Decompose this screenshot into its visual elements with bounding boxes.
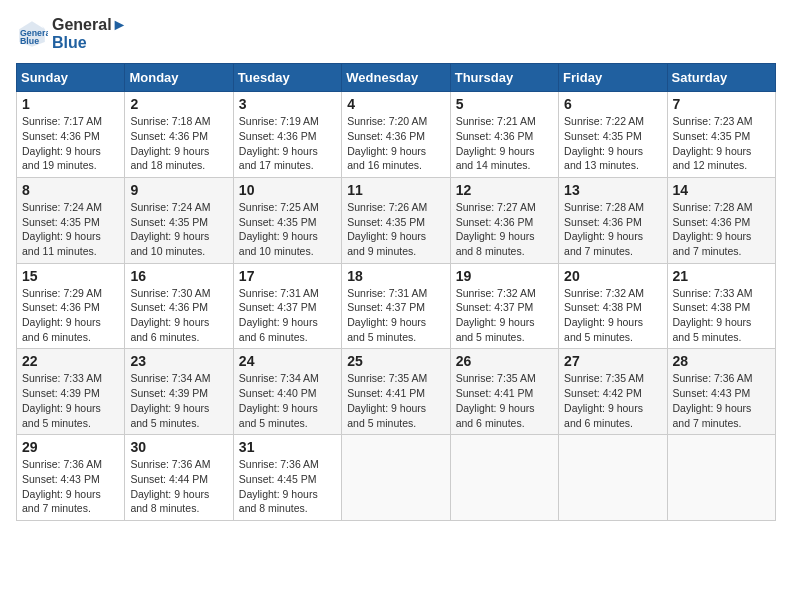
calendar-week-1: 1 Sunrise: 7:17 AM Sunset: 4:36 PM Dayli… xyxy=(17,92,776,178)
calendar-cell: 23 Sunrise: 7:34 AM Sunset: 4:39 PM Dayl… xyxy=(125,349,233,435)
day-info: Sunrise: 7:23 AM Sunset: 4:35 PM Dayligh… xyxy=(673,114,770,173)
calendar-week-5: 29 Sunrise: 7:36 AM Sunset: 4:43 PM Dayl… xyxy=(17,435,776,521)
day-number: 13 xyxy=(564,182,661,198)
day-number: 19 xyxy=(456,268,553,284)
calendar-cell: 7 Sunrise: 7:23 AM Sunset: 4:35 PM Dayli… xyxy=(667,92,775,178)
calendar-cell xyxy=(450,435,558,521)
weekday-header-wednesday: Wednesday xyxy=(342,64,450,92)
calendar-cell: 11 Sunrise: 7:26 AM Sunset: 4:35 PM Dayl… xyxy=(342,177,450,263)
calendar-week-3: 15 Sunrise: 7:29 AM Sunset: 4:36 PM Dayl… xyxy=(17,263,776,349)
svg-text:Blue: Blue xyxy=(20,36,39,46)
day-info: Sunrise: 7:19 AM Sunset: 4:36 PM Dayligh… xyxy=(239,114,336,173)
weekday-header-sunday: Sunday xyxy=(17,64,125,92)
calendar-cell: 25 Sunrise: 7:35 AM Sunset: 4:41 PM Dayl… xyxy=(342,349,450,435)
calendar-cell xyxy=(342,435,450,521)
day-info: Sunrise: 7:35 AM Sunset: 4:42 PM Dayligh… xyxy=(564,371,661,430)
day-number: 4 xyxy=(347,96,444,112)
calendar-cell: 15 Sunrise: 7:29 AM Sunset: 4:36 PM Dayl… xyxy=(17,263,125,349)
calendar-cell: 19 Sunrise: 7:32 AM Sunset: 4:37 PM Dayl… xyxy=(450,263,558,349)
calendar-cell: 27 Sunrise: 7:35 AM Sunset: 4:42 PM Dayl… xyxy=(559,349,667,435)
calendar-cell: 3 Sunrise: 7:19 AM Sunset: 4:36 PM Dayli… xyxy=(233,92,341,178)
day-info: Sunrise: 7:28 AM Sunset: 4:36 PM Dayligh… xyxy=(564,200,661,259)
day-number: 9 xyxy=(130,182,227,198)
day-number: 10 xyxy=(239,182,336,198)
day-number: 24 xyxy=(239,353,336,369)
calendar-cell: 30 Sunrise: 7:36 AM Sunset: 4:44 PM Dayl… xyxy=(125,435,233,521)
calendar-table: SundayMondayTuesdayWednesdayThursdayFrid… xyxy=(16,63,776,521)
day-info: Sunrise: 7:18 AM Sunset: 4:36 PM Dayligh… xyxy=(130,114,227,173)
day-number: 20 xyxy=(564,268,661,284)
day-info: Sunrise: 7:33 AM Sunset: 4:38 PM Dayligh… xyxy=(673,286,770,345)
day-info: Sunrise: 7:32 AM Sunset: 4:37 PM Dayligh… xyxy=(456,286,553,345)
day-number: 11 xyxy=(347,182,444,198)
calendar-cell: 13 Sunrise: 7:28 AM Sunset: 4:36 PM Dayl… xyxy=(559,177,667,263)
day-number: 2 xyxy=(130,96,227,112)
calendar-week-2: 8 Sunrise: 7:24 AM Sunset: 4:35 PM Dayli… xyxy=(17,177,776,263)
day-info: Sunrise: 7:31 AM Sunset: 4:37 PM Dayligh… xyxy=(347,286,444,345)
calendar-cell: 28 Sunrise: 7:36 AM Sunset: 4:43 PM Dayl… xyxy=(667,349,775,435)
calendar-cell: 8 Sunrise: 7:24 AM Sunset: 4:35 PM Dayli… xyxy=(17,177,125,263)
calendar-cell: 29 Sunrise: 7:36 AM Sunset: 4:43 PM Dayl… xyxy=(17,435,125,521)
day-number: 22 xyxy=(22,353,119,369)
calendar-cell: 17 Sunrise: 7:31 AM Sunset: 4:37 PM Dayl… xyxy=(233,263,341,349)
weekday-header-friday: Friday xyxy=(559,64,667,92)
day-number: 30 xyxy=(130,439,227,455)
day-number: 29 xyxy=(22,439,119,455)
day-number: 5 xyxy=(456,96,553,112)
day-number: 7 xyxy=(673,96,770,112)
day-info: Sunrise: 7:29 AM Sunset: 4:36 PM Dayligh… xyxy=(22,286,119,345)
calendar-cell: 20 Sunrise: 7:32 AM Sunset: 4:38 PM Dayl… xyxy=(559,263,667,349)
day-info: Sunrise: 7:24 AM Sunset: 4:35 PM Dayligh… xyxy=(130,200,227,259)
day-info: Sunrise: 7:34 AM Sunset: 4:40 PM Dayligh… xyxy=(239,371,336,430)
day-number: 6 xyxy=(564,96,661,112)
calendar-cell: 18 Sunrise: 7:31 AM Sunset: 4:37 PM Dayl… xyxy=(342,263,450,349)
day-number: 1 xyxy=(22,96,119,112)
calendar-cell: 16 Sunrise: 7:30 AM Sunset: 4:36 PM Dayl… xyxy=(125,263,233,349)
day-number: 27 xyxy=(564,353,661,369)
logo: General Blue General► Blue xyxy=(16,16,127,51)
day-info: Sunrise: 7:28 AM Sunset: 4:36 PM Dayligh… xyxy=(673,200,770,259)
calendar-cell xyxy=(667,435,775,521)
calendar-cell: 1 Sunrise: 7:17 AM Sunset: 4:36 PM Dayli… xyxy=(17,92,125,178)
day-number: 12 xyxy=(456,182,553,198)
day-info: Sunrise: 7:17 AM Sunset: 4:36 PM Dayligh… xyxy=(22,114,119,173)
weekday-header-thursday: Thursday xyxy=(450,64,558,92)
calendar-cell: 14 Sunrise: 7:28 AM Sunset: 4:36 PM Dayl… xyxy=(667,177,775,263)
day-info: Sunrise: 7:26 AM Sunset: 4:35 PM Dayligh… xyxy=(347,200,444,259)
calendar-cell: 26 Sunrise: 7:35 AM Sunset: 4:41 PM Dayl… xyxy=(450,349,558,435)
day-info: Sunrise: 7:31 AM Sunset: 4:37 PM Dayligh… xyxy=(239,286,336,345)
calendar-cell: 4 Sunrise: 7:20 AM Sunset: 4:36 PM Dayli… xyxy=(342,92,450,178)
weekday-header-saturday: Saturday xyxy=(667,64,775,92)
day-number: 8 xyxy=(22,182,119,198)
day-number: 18 xyxy=(347,268,444,284)
day-number: 31 xyxy=(239,439,336,455)
day-info: Sunrise: 7:22 AM Sunset: 4:35 PM Dayligh… xyxy=(564,114,661,173)
day-info: Sunrise: 7:27 AM Sunset: 4:36 PM Dayligh… xyxy=(456,200,553,259)
page-header: General Blue General► Blue xyxy=(16,16,776,51)
day-info: Sunrise: 7:36 AM Sunset: 4:43 PM Dayligh… xyxy=(22,457,119,516)
day-number: 26 xyxy=(456,353,553,369)
day-info: Sunrise: 7:36 AM Sunset: 4:45 PM Dayligh… xyxy=(239,457,336,516)
day-info: Sunrise: 7:34 AM Sunset: 4:39 PM Dayligh… xyxy=(130,371,227,430)
day-info: Sunrise: 7:25 AM Sunset: 4:35 PM Dayligh… xyxy=(239,200,336,259)
weekday-header-tuesday: Tuesday xyxy=(233,64,341,92)
day-info: Sunrise: 7:33 AM Sunset: 4:39 PM Dayligh… xyxy=(22,371,119,430)
calendar-cell: 31 Sunrise: 7:36 AM Sunset: 4:45 PM Dayl… xyxy=(233,435,341,521)
day-number: 25 xyxy=(347,353,444,369)
day-info: Sunrise: 7:35 AM Sunset: 4:41 PM Dayligh… xyxy=(456,371,553,430)
calendar-cell: 22 Sunrise: 7:33 AM Sunset: 4:39 PM Dayl… xyxy=(17,349,125,435)
calendar-cell xyxy=(559,435,667,521)
day-number: 15 xyxy=(22,268,119,284)
day-info: Sunrise: 7:30 AM Sunset: 4:36 PM Dayligh… xyxy=(130,286,227,345)
day-info: Sunrise: 7:36 AM Sunset: 4:44 PM Dayligh… xyxy=(130,457,227,516)
day-number: 16 xyxy=(130,268,227,284)
day-info: Sunrise: 7:20 AM Sunset: 4:36 PM Dayligh… xyxy=(347,114,444,173)
calendar-cell: 5 Sunrise: 7:21 AM Sunset: 4:36 PM Dayli… xyxy=(450,92,558,178)
day-number: 23 xyxy=(130,353,227,369)
day-info: Sunrise: 7:24 AM Sunset: 4:35 PM Dayligh… xyxy=(22,200,119,259)
day-number: 17 xyxy=(239,268,336,284)
calendar-cell: 12 Sunrise: 7:27 AM Sunset: 4:36 PM Dayl… xyxy=(450,177,558,263)
calendar-header: SundayMondayTuesdayWednesdayThursdayFrid… xyxy=(17,64,776,92)
day-info: Sunrise: 7:21 AM Sunset: 4:36 PM Dayligh… xyxy=(456,114,553,173)
calendar-cell: 6 Sunrise: 7:22 AM Sunset: 4:35 PM Dayli… xyxy=(559,92,667,178)
